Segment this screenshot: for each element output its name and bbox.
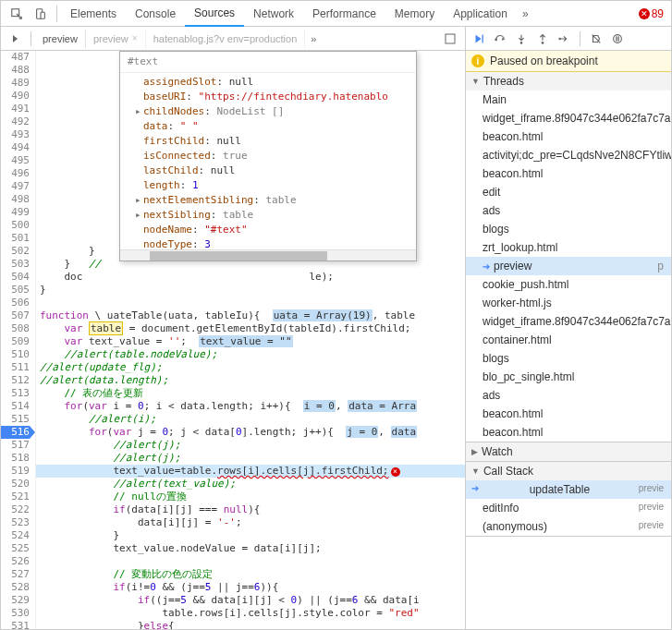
step-out-button[interactable] <box>533 30 552 48</box>
line-number[interactable]: 491 <box>1 103 30 115</box>
line-number[interactable]: 519 <box>1 465 30 478</box>
line-number[interactable]: 487 <box>1 51 30 64</box>
tooltip-property[interactable]: lastChild: null <box>120 164 416 178</box>
call-stack-list[interactable]: ➔updateTableprevieeditInfoprevie(anonymo… <box>466 480 671 536</box>
step-over-button[interactable] <box>491 30 509 48</box>
thread-item[interactable]: beacon.html <box>466 423 671 442</box>
code-line[interactable]: //alert(i); <box>36 413 465 426</box>
line-number[interactable]: 497 <box>1 180 30 193</box>
line-number[interactable]: 493 <box>1 128 30 141</box>
line-number[interactable]: 523 <box>1 516 30 529</box>
tooltip-property[interactable]: ▸nextSibling: table <box>120 208 416 223</box>
line-number[interactable]: 495 <box>1 154 30 167</box>
file-tab-hatenablog[interactable]: hatenablog.js?v env=production <box>146 30 306 48</box>
line-number[interactable]: 494 <box>1 141 30 154</box>
thread-item[interactable]: worker-html.js <box>466 294 671 312</box>
thread-item[interactable]: widget_iframe.8f9047c344e062fa7c7ad <box>466 312 671 331</box>
thread-item[interactable]: beacon.html <box>466 405 671 423</box>
line-number[interactable]: 513 <box>1 387 30 400</box>
code-line[interactable]: var table = document.getElementById(tabl… <box>36 322 465 335</box>
tooltip-body[interactable]: assignedSlot: null baseURI: "https://fin… <box>120 73 416 249</box>
code-line[interactable]: //alert(j); <box>36 439 465 452</box>
line-number[interactable]: 498 <box>1 193 30 206</box>
file-tab-preview-1[interactable]: preview <box>35 30 86 48</box>
line-number[interactable]: 518 <box>1 452 30 465</box>
line-number[interactable]: 515 <box>1 413 30 426</box>
threads-list[interactable]: Mainwidget_iframe.8f9047c344e062fa7c7adb… <box>466 91 671 442</box>
line-number[interactable]: 526 <box>1 555 30 568</box>
line-number[interactable]: 528 <box>1 581 30 594</box>
tooltip-property[interactable]: nodeType: 3 <box>120 237 416 249</box>
line-number[interactable]: 499 <box>1 206 30 219</box>
tabs-overflow[interactable]: » <box>517 7 534 20</box>
line-number[interactable]: 500 <box>1 219 30 232</box>
code-line[interactable]: function \ uateTable(uata, tableIu){ uat… <box>36 309 465 322</box>
line-number[interactable]: 521 <box>1 491 30 503</box>
thread-item[interactable]: container.html <box>466 331 671 349</box>
line-number[interactable]: 509 <box>1 335 30 348</box>
thread-item[interactable]: activityi;dc_pre=CLqdsNve2N8CFYtliwc <box>466 146 671 164</box>
tooltip-property[interactable]: firstChild: null <box>120 134 416 149</box>
call-stack-header[interactable]: ▼Call Stack <box>466 462 671 480</box>
line-number[interactable]: 525 <box>1 542 30 555</box>
line-number[interactable]: 517 <box>1 439 30 452</box>
line-number[interactable]: 496 <box>1 167 30 180</box>
code-line[interactable]: //alert(table.nodeValue); <box>36 348 465 361</box>
thread-item[interactable]: blo_pc_single.html <box>466 368 671 386</box>
line-number[interactable]: 524 <box>1 529 30 542</box>
stack-frame[interactable]: editInfoprevie <box>466 499 671 517</box>
tab-memory[interactable]: Memory <box>385 2 444 26</box>
line-number[interactable]: 508 <box>1 322 30 335</box>
thread-item[interactable]: widget_iframe.8f9047c344e062fa7c7ad <box>466 109 671 127</box>
code-line[interactable]: var text_value = ''; text_value = "" <box>36 335 465 348</box>
step-button[interactable] <box>555 30 573 48</box>
code-line[interactable]: //alert(data.length); <box>36 374 465 387</box>
more-icon[interactable] <box>441 30 459 48</box>
line-number[interactable]: 506 <box>1 297 30 309</box>
thread-item[interactable]: edit <box>466 183 671 201</box>
code-line[interactable]: text_value.nodeValue = data[i][j]; <box>36 542 465 555</box>
code-line[interactable]: // nullの置換 <box>36 491 465 503</box>
tab-console[interactable]: Console <box>126 2 185 26</box>
code-line[interactable] <box>36 297 465 309</box>
code-line[interactable] <box>36 555 465 568</box>
thread-item[interactable]: cookie_push.html <box>466 275 671 294</box>
code-line[interactable]: } <box>36 284 465 297</box>
line-number[interactable]: 529 <box>1 594 30 607</box>
thread-item[interactable]: blogs <box>466 220 671 238</box>
code-line[interactable]: // 変動比の色の設定 <box>36 568 465 581</box>
inspect-icon[interactable] <box>8 6 25 22</box>
code-line[interactable]: if(data[i][j] === null){ <box>36 503 465 516</box>
line-number[interactable]: 502 <box>1 245 30 258</box>
line-number[interactable]: 489 <box>1 77 30 90</box>
tab-performance[interactable]: Performance <box>303 2 385 26</box>
step-into-button[interactable] <box>512 30 531 48</box>
code-line[interactable]: table.rows[i].cells[j].style.color = "re… <box>36 607 465 620</box>
code-line[interactable]: doc le); <box>36 271 465 284</box>
code-line[interactable]: //alert(update_flg); <box>36 361 465 374</box>
tooltip-property[interactable]: ▸nextElementSibling: table <box>120 193 416 208</box>
line-number[interactable]: 501 <box>1 232 30 245</box>
stack-frame[interactable]: ➔updateTableprevie <box>466 480 671 499</box>
thread-item[interactable]: beacon.html <box>466 127 671 146</box>
code-line[interactable]: } <box>36 529 465 542</box>
line-number[interactable]: 507 <box>1 309 30 322</box>
tooltip-property[interactable]: baseURI: "https://fintechdiary.hatenablo <box>120 90 416 104</box>
code-line[interactable]: //alert(text_value); <box>36 478 465 491</box>
code-line[interactable]: data[i][j] = '-'; <box>36 516 465 529</box>
code-editor[interactable]: 4874884894904914924934944954964974984995… <box>1 51 465 630</box>
code-line[interactable]: }else{ <box>36 620 465 630</box>
tooltip-property[interactable]: ▸childNodes: NodeList [] <box>120 104 416 119</box>
tab-elements[interactable]: Elements <box>61 2 126 26</box>
pause-exceptions-button[interactable] <box>608 30 627 48</box>
close-icon[interactable]: × <box>132 33 138 43</box>
file-tabs-overflow[interactable]: » <box>305 33 322 44</box>
file-tab-preview-2[interactable]: preview× <box>86 30 146 48</box>
thread-item[interactable]: beacon.html <box>466 164 671 183</box>
thread-item[interactable]: blogs <box>466 349 671 368</box>
tooltip-property[interactable]: nodeName: "#text" <box>120 223 416 237</box>
line-number[interactable]: 520 <box>1 478 30 491</box>
line-number[interactable]: 503 <box>1 258 30 271</box>
code-line[interactable]: // 表の値を更新 <box>36 387 465 400</box>
code-line[interactable]: if(i!=0 && (j==5 || j==6)){ <box>36 581 465 594</box>
